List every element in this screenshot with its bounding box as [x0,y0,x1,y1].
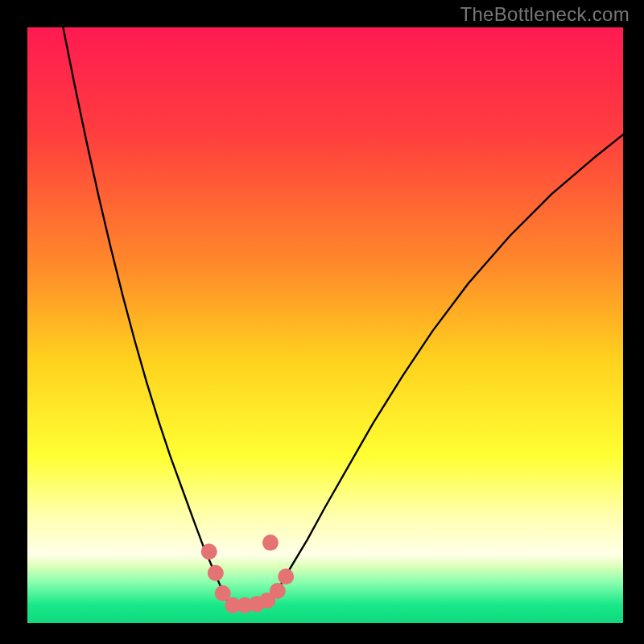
gradient-background [27,27,623,623]
marker-dot [262,535,279,551]
watermark-text: TheBottleneck.com [460,3,630,26]
marker-dot [278,568,294,584]
marker-dot [208,565,224,581]
chart-frame: TheBottleneck.com [0,0,644,644]
plot-area [27,27,623,623]
marker-dot [270,583,286,599]
marker-dot [201,543,217,559]
chart-svg [27,27,623,623]
